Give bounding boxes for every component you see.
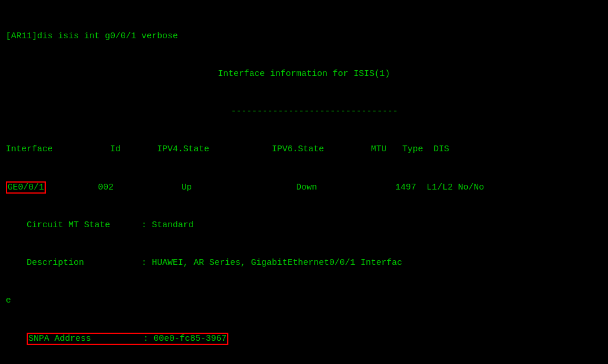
separator-line: -------------------------------- xyxy=(6,105,602,118)
terminal-window: [AR11]dis isis int g0/0/1 verbose Interf… xyxy=(6,5,602,364)
ge001-row: GE0/0/1 002 Up Down 1497 L1/L2 No/No xyxy=(6,181,602,194)
command-line: [AR11]dis isis int g0/0/1 verbose xyxy=(6,30,602,43)
title-line: Interface information for ISIS(1) xyxy=(6,68,602,81)
header-line: Interface Id IPV4.State IPV6.State MTU T… xyxy=(6,143,602,156)
ge001-highlight: GE0/0/1 xyxy=(6,181,46,194)
description: Description : HUAWEI, AR Series, Gigabit… xyxy=(6,257,602,270)
snpa-row: SNPA Address : 00e0-fc85-3967 xyxy=(6,333,602,345)
description-cont: e xyxy=(6,294,602,307)
circuit-mt-state: Circuit MT State : Standard xyxy=(6,219,602,232)
snpa-highlight: SNPA Address : 00e0-fc85-3967 xyxy=(27,333,228,345)
